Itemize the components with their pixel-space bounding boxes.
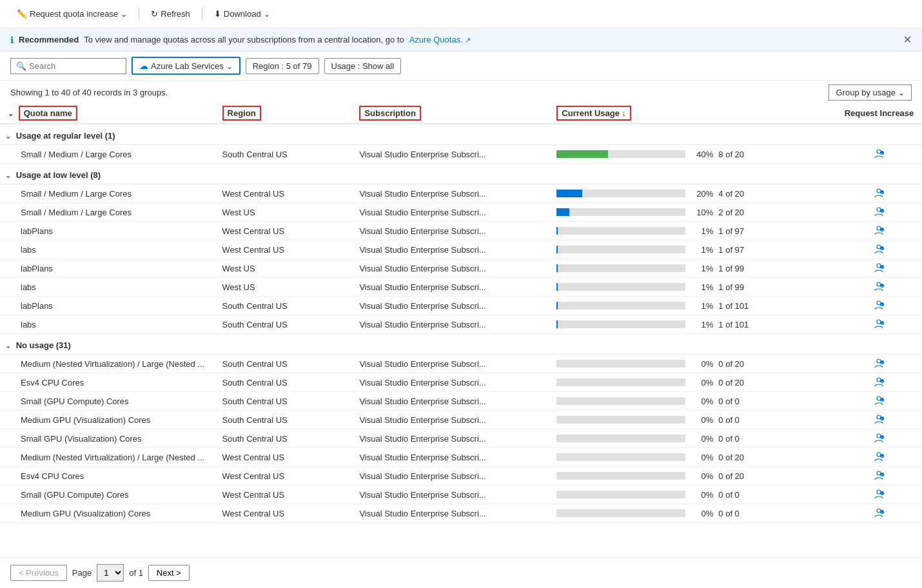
- usage-percent: 0%: [691, 509, 713, 518]
- usage-percent: 0%: [691, 471, 713, 481]
- request-increase-button[interactable]: +: [844, 282, 914, 292]
- usage-cell: 1% 1 of 97: [549, 240, 836, 259]
- request-increase-button[interactable]: +: [844, 319, 914, 329]
- region-cell: West Central US: [215, 467, 352, 485]
- usage-count: 0 of 20: [718, 378, 757, 387]
- usage-count: 1 of 99: [718, 264, 757, 273]
- person-icon: +: [874, 244, 884, 255]
- region-filter-tag[interactable]: Region : 5 of 79: [246, 58, 319, 74]
- subscription-cell: Visual Studio Enterprise Subscri...: [351, 448, 549, 467]
- region-column-header[interactable]: Region: [215, 103, 352, 124]
- quota-name-cell: Small / Medium / Large Cores: [0, 184, 215, 203]
- expand-all-toggle[interactable]: ⌄: [8, 110, 14, 117]
- progress-bar-fill: [556, 208, 569, 216]
- refresh-button[interactable]: ↻ Refresh: [144, 5, 197, 23]
- region-cell: West US: [215, 278, 352, 297]
- region-cell: South Central US: [215, 411, 352, 429]
- request-quota-dropdown-icon: [121, 9, 127, 19]
- table-row: Esv4 CPU Cores South Central US Visual S…: [0, 373, 922, 392]
- request-increase-button[interactable]: +: [844, 508, 914, 518]
- person-icon: +: [874, 508, 884, 518]
- quota-table-container: ⌄ Quota name Region Subscription Current…: [0, 103, 922, 536]
- usage-percent: 0%: [691, 359, 713, 369]
- usage-percent: 0%: [691, 490, 713, 500]
- request-increase-button[interactable]: +: [844, 300, 914, 311]
- quota-name-cell: labs: [0, 315, 215, 334]
- service-filter-pill[interactable]: ☁ Azure Lab Services: [132, 57, 240, 75]
- region-cell: West Central US: [215, 485, 352, 504]
- quota-name-cell: Small GPU (Visualization) Cores: [0, 429, 215, 448]
- progress-bar-background: [556, 208, 685, 216]
- usage-percent: 1%: [691, 282, 713, 292]
- azure-quotas-link[interactable]: Azure Quotas. ↗: [409, 35, 471, 44]
- progress-bar-background: [556, 320, 685, 328]
- request-increase-cell: +: [836, 278, 922, 297]
- usage-cell: 1% 1 of 97: [549, 222, 836, 240]
- request-increase-button[interactable]: +: [844, 207, 914, 217]
- request-increase-button[interactable]: +: [844, 377, 914, 387]
- subscription-cell: Visual Studio Enterprise Subscri...: [351, 467, 549, 485]
- progress-bar-background: [556, 150, 685, 158]
- request-increase-button[interactable]: +: [844, 188, 914, 199]
- request-quota-button[interactable]: ✏️ Request quota increase: [10, 5, 133, 23]
- subscription-cell: Visual Studio Enterprise Subscri...: [351, 373, 549, 392]
- table-header: ⌄ Quota name Region Subscription Current…: [0, 103, 922, 124]
- download-icon: ⬇: [214, 9, 221, 19]
- region-cell: West Central US: [215, 448, 352, 467]
- request-increase-button[interactable]: +: [844, 396, 914, 406]
- external-link-icon: ↗: [465, 36, 471, 44]
- request-increase-button[interactable]: +: [844, 452, 914, 462]
- banner-close-button[interactable]: ✕: [903, 34, 912, 46]
- group-header-row[interactable]: ⌄ Usage at low level (8): [0, 164, 922, 184]
- subscription-cell: Visual Studio Enterprise Subscri...: [351, 222, 549, 240]
- region-cell: South Central US: [215, 315, 352, 334]
- quota-name-column-header[interactable]: ⌄ Quota name: [0, 103, 215, 124]
- usage-count: 2 of 20: [718, 208, 757, 217]
- request-increase-button[interactable]: +: [844, 226, 914, 236]
- progress-bar-background: [556, 190, 685, 197]
- download-button[interactable]: ⬇ Download: [208, 5, 277, 23]
- usage-filter-tag[interactable]: Usage : Show all: [324, 58, 402, 74]
- usage-percent: 0%: [691, 378, 713, 387]
- request-increase-button[interactable]: +: [844, 471, 914, 481]
- toolbar: ✏️ Request quota increase ↻ Refresh ⬇ Do…: [0, 0, 922, 28]
- table-row: Small GPU (Visualization) Cores South Ce…: [0, 429, 922, 448]
- group-toggle[interactable]: ⌄: [5, 342, 11, 349]
- request-increase-button[interactable]: +: [844, 149, 914, 159]
- usage-cell: 0% 0 of 0: [549, 485, 836, 504]
- info-row: Showing 1 to 40 of 40 records in 3 group…: [0, 81, 922, 103]
- usage-count: 0 of 0: [718, 434, 757, 444]
- progress-bar-fill: [556, 227, 558, 235]
- request-increase-cell: +: [836, 297, 922, 315]
- quota-name-cell: Medium (Nested Virtualization) / Large (…: [0, 355, 215, 373]
- region-cell: West US: [215, 203, 352, 222]
- group-header-row[interactable]: ⌄ No usage (31): [0, 334, 922, 355]
- subscription-cell: Visual Studio Enterprise Subscri...: [351, 278, 549, 297]
- request-increase-button[interactable]: +: [844, 244, 914, 255]
- region-cell: South Central US: [215, 145, 352, 164]
- current-usage-column-header[interactable]: Current Usage ↓: [549, 103, 836, 124]
- person-icon: +: [874, 489, 884, 500]
- search-input[interactable]: [29, 61, 113, 71]
- request-increase-button[interactable]: +: [844, 263, 914, 273]
- showing-text: Showing 1 to 40 of 40 records in 3 group…: [10, 88, 168, 97]
- usage-cell: 1% 1 of 99: [549, 278, 836, 297]
- subscription-cell: Visual Studio Enterprise Subscri...: [351, 355, 549, 373]
- person-icon: +: [874, 282, 884, 292]
- request-increase-button[interactable]: +: [844, 358, 914, 369]
- search-box[interactable]: 🔍: [10, 58, 126, 74]
- subscription-column-header[interactable]: Subscription: [351, 103, 549, 124]
- request-increase-button[interactable]: +: [844, 433, 914, 444]
- group-toggle[interactable]: ⌄: [5, 172, 11, 179]
- request-increase-button[interactable]: +: [844, 489, 914, 500]
- subscription-cell: Visual Studio Enterprise Subscri...: [351, 145, 549, 164]
- group-by-select[interactable]: Group by usage: [829, 84, 912, 101]
- usage-cell: 1% 1 of 101: [549, 297, 836, 315]
- usage-percent: 1%: [691, 301, 713, 311]
- group-toggle[interactable]: ⌄: [5, 132, 11, 140]
- group-header-row[interactable]: ⌄ Usage at regular level (1): [0, 124, 922, 145]
- quota-name-cell: labPlans: [0, 297, 215, 315]
- group-name: Usage at low level (8): [16, 170, 101, 180]
- quota-name-cell: Esv4 CPU Cores: [0, 373, 215, 392]
- request-increase-button[interactable]: +: [844, 415, 914, 425]
